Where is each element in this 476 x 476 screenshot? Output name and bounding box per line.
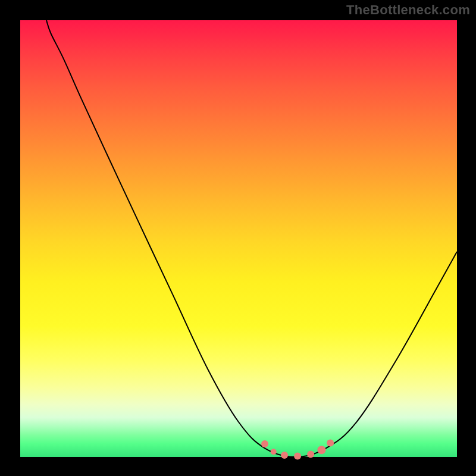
curve-marker [261, 440, 268, 447]
curve-marker [307, 451, 314, 458]
watermark-text: TheBottleneck.com [346, 2, 470, 18]
chart-container: TheBottleneck.com [0, 0, 476, 476]
curve-marker [327, 440, 334, 447]
marker-group [261, 440, 334, 460]
plot-area [20, 20, 457, 457]
bottleneck-curve [46, 20, 457, 457]
curve-marker [271, 449, 277, 455]
chart-svg [20, 20, 457, 457]
curve-marker [294, 453, 301, 460]
curve-marker [281, 452, 288, 459]
curve-marker [317, 446, 325, 454]
